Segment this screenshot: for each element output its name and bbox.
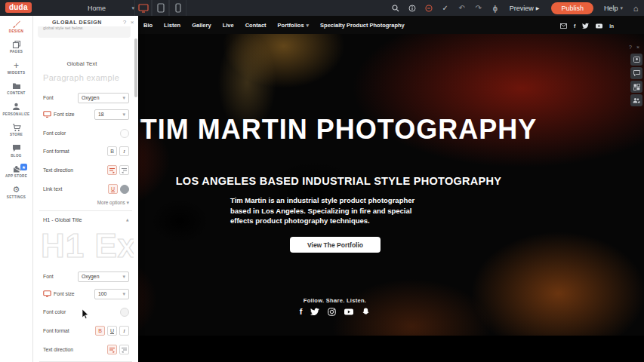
image-tool-button[interactable] xyxy=(630,54,642,66)
sidebar-item-personalize[interactable]: PERSONALIZE xyxy=(0,99,32,120)
search-icon[interactable] xyxy=(387,0,404,16)
page-selector-dropdown[interactable]: Home ▾ xyxy=(85,2,137,14)
bold-button[interactable]: B xyxy=(107,146,117,156)
redo-icon[interactable]: ↷ xyxy=(470,0,487,16)
sidebar-item-settings[interactable]: ⚙ SETTINGS xyxy=(0,182,32,203)
folder-icon xyxy=(12,81,21,90)
h1-font-format-row: Font format B U I xyxy=(43,325,129,336)
chevron-down-icon: ▾ xyxy=(122,95,125,101)
h1-font-row: Font Oxygen▾ xyxy=(43,271,129,282)
more-options-link[interactable]: More options ▾ xyxy=(97,200,129,206)
h1-sample-text: H1 Example xyxy=(41,227,134,266)
mobile-view-button[interactable] xyxy=(169,0,186,16)
h1-ltr-direction-button[interactable] xyxy=(107,345,117,354)
nav-item-specialty[interactable]: Specialty Product Photography xyxy=(320,22,405,29)
snapchat-icon[interactable] xyxy=(362,308,370,316)
chevron-down-icon: ▾ xyxy=(307,23,310,29)
site-nav-items: Bio Listen Gallery Live Contact Portfoli… xyxy=(143,22,405,29)
linkedin-icon[interactable]: in xyxy=(609,23,614,29)
twitter-icon[interactable] xyxy=(582,23,589,29)
h1-rtl-direction-button[interactable] xyxy=(119,345,129,354)
publish-button[interactable]: Publish xyxy=(551,2,593,14)
sidebar-item-app-store[interactable]: ★ APP STORE xyxy=(0,161,32,183)
facebook-icon[interactable]: f xyxy=(574,23,575,29)
sidebar-item-store[interactable]: STORE xyxy=(0,120,32,141)
preview-button[interactable]: Preview ▶ xyxy=(504,5,546,12)
dashboard-home-icon[interactable]: ⌂ xyxy=(627,0,644,16)
float-toolbar-collapse[interactable]: ? × xyxy=(629,44,641,50)
rtl-icon xyxy=(121,167,128,173)
italic-button[interactable]: I xyxy=(119,146,129,156)
brush-icon xyxy=(12,20,21,29)
h1-section-header[interactable]: H1 - Global Title ▾ xyxy=(43,216,129,223)
font-color-swatch[interactable] xyxy=(120,129,129,138)
nav-item-portfolios[interactable]: Portfolios▾ xyxy=(278,22,310,29)
sidebar-item-pages[interactable]: PAGES xyxy=(0,37,32,58)
ltr-direction-button[interactable] xyxy=(107,165,117,175)
rtl-direction-button[interactable] xyxy=(119,165,129,175)
nav-item-listen[interactable]: Listen xyxy=(164,22,180,29)
font-size-dropdown[interactable]: 18▾ xyxy=(94,109,129,120)
h1-italic-button[interactable]: I xyxy=(119,326,129,336)
person-icon xyxy=(12,103,20,112)
sidebar-item-content[interactable]: CONTENT xyxy=(0,78,32,100)
saved-check-icon[interactable]: ✓ xyxy=(437,0,454,16)
sidebar-item-design[interactable]: DESIGN xyxy=(0,16,32,37)
desktop-view-button[interactable] xyxy=(134,0,152,16)
chevron-down-icon: ▾ xyxy=(122,291,125,297)
twitter-icon[interactable] xyxy=(310,308,319,315)
pages-icon xyxy=(12,40,21,49)
undo-icon[interactable]: ↶ xyxy=(454,0,470,16)
h1-bold-button[interactable]: B xyxy=(95,326,105,336)
h1-font-dropdown[interactable]: Oxygen▾ xyxy=(78,272,129,282)
font-dropdown[interactable]: Oxygen▾ xyxy=(78,93,129,103)
h1-underline-button[interactable]: U xyxy=(107,326,117,336)
team-tool-button[interactable] xyxy=(630,94,642,106)
sidebar-item-widgets[interactable]: + WIDGETS xyxy=(0,57,32,78)
facebook-icon[interactable]: f xyxy=(300,307,303,316)
chevron-up-icon: ▾ xyxy=(126,217,129,223)
site-nav-social: f in xyxy=(560,23,614,29)
theme-comment-icon[interactable] xyxy=(421,0,437,16)
dev-mode-icon[interactable]: ϕ xyxy=(487,0,504,16)
comment-tool-button[interactable] xyxy=(630,67,642,79)
panel-scrollbar[interactable] xyxy=(134,38,137,97)
youtube-icon[interactable] xyxy=(344,308,353,315)
right-float-toolbar xyxy=(630,54,642,106)
duda-logo[interactable]: duda xyxy=(5,2,32,13)
paragraph-sample: Paragraph example xyxy=(43,73,119,82)
instagram-icon[interactable] xyxy=(328,308,336,316)
chevron-down-icon: ▾ xyxy=(126,200,129,205)
h1-font-color-swatch[interactable] xyxy=(120,308,129,317)
font-size-row: Font size 18▾ xyxy=(43,109,129,120)
h1-font-size-dropdown[interactable]: 100▾ xyxy=(94,289,129,299)
link-underline-button[interactable]: U xyxy=(108,184,118,194)
chevron-down-icon: ▾ xyxy=(122,274,125,280)
nav-item-gallery[interactable]: Gallery xyxy=(192,22,211,29)
tablet-view-button[interactable] xyxy=(152,0,169,16)
speech-bubble-icon xyxy=(12,144,21,153)
mouse-cursor xyxy=(82,309,89,323)
layers-tool-button[interactable] xyxy=(630,81,642,93)
link-color-swatch[interactable] xyxy=(120,185,129,194)
nav-item-bio[interactable]: Bio xyxy=(143,22,153,29)
font-color-row: Font color xyxy=(43,127,129,139)
panel-help-icon[interactable]: ? xyxy=(121,19,128,26)
nav-item-contact[interactable]: Contact xyxy=(245,22,267,29)
nav-item-live[interactable]: Live xyxy=(223,22,234,29)
rtl-icon xyxy=(121,347,128,353)
hero-paragraph[interactable]: Tim Martin is an industrial style produc… xyxy=(230,195,428,226)
text-direction-row: Text direction xyxy=(43,164,129,176)
gear-icon: ⚙ xyxy=(13,186,20,195)
info-icon[interactable] xyxy=(404,0,421,16)
link-text-row: Link text U xyxy=(43,183,129,195)
help-menu[interactable]: Help ▾ xyxy=(599,5,627,12)
section-divider xyxy=(39,210,132,211)
panel-close-icon[interactable]: × xyxy=(128,19,136,26)
view-portfolio-button[interactable]: View The Portfolio xyxy=(290,237,381,253)
email-icon[interactable] xyxy=(560,23,567,29)
device-override-icon xyxy=(43,290,51,297)
sidebar-item-blog[interactable]: BLOG xyxy=(0,140,32,161)
youtube-icon[interactable] xyxy=(596,23,602,29)
scrolled-info-box: global style set below. xyxy=(38,26,131,38)
